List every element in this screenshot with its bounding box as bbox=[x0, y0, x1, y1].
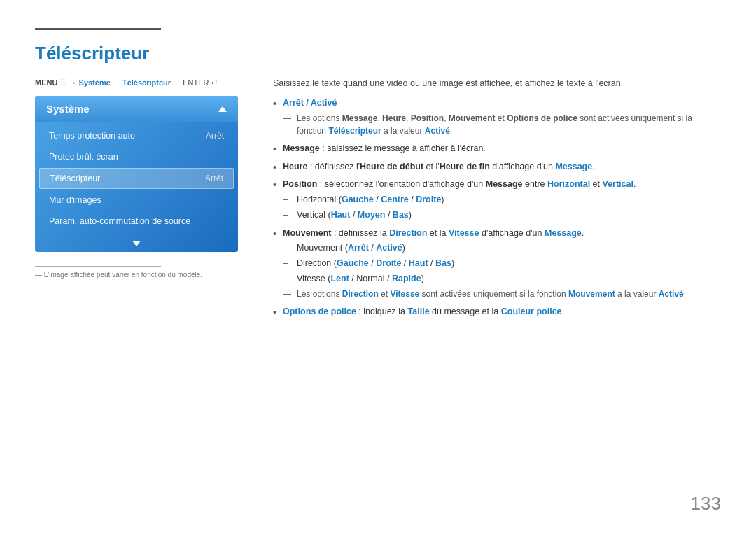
menu-label: MENU bbox=[35, 78, 57, 87]
right-column: Saisissez le texte quand une vidéo ou un… bbox=[273, 78, 721, 323]
arrow-down-icon bbox=[132, 241, 141, 246]
top-line-light bbox=[168, 29, 721, 29]
active-label: Activé bbox=[311, 98, 337, 108]
item-label: Protec brûl. écran bbox=[49, 152, 118, 162]
content-list: Arrêt / Activé Les options Message, Heur… bbox=[273, 97, 721, 318]
menu-step-telescripteur: Téléscripteur bbox=[122, 78, 171, 87]
systeme-item-telescripteur[interactable]: Téléscripteur Arrêt bbox=[39, 168, 234, 189]
note-arret-active: Les options Message, Heure, Position, Mo… bbox=[283, 112, 721, 137]
arret-label: Arrêt bbox=[283, 98, 304, 108]
bullet-arret-active: Arrêt / Activé Les options Message, Heur… bbox=[273, 97, 721, 137]
menu-path: MENU ☰ → Système → Téléscripteur → ENTER… bbox=[35, 78, 252, 87]
arrow-up-icon bbox=[218, 106, 227, 112]
systeme-panel-title: Système bbox=[46, 103, 90, 115]
item-value: Arrêt bbox=[206, 131, 224, 141]
systeme-item-protec-brul[interactable]: Protec brûl. écran bbox=[39, 147, 234, 167]
footnote: — L'image affichée peut varier en foncti… bbox=[35, 271, 252, 279]
dash-horizontal: Horizontal (Gauche / Centre / Droite) bbox=[283, 193, 721, 206]
menu-step-systeme: Système bbox=[79, 78, 111, 87]
item-label: Mur d'images bbox=[49, 195, 102, 205]
systeme-panel: Système Temps protection auto Arrêt Prot… bbox=[35, 96, 238, 252]
item-label: Temps protection auto bbox=[49, 131, 135, 141]
top-line-dark bbox=[35, 28, 161, 30]
dash-vertical: Vertical (Haut / Moyen / Bas) bbox=[283, 209, 721, 222]
item-label: Param. auto-commutation de source bbox=[49, 216, 190, 226]
item-value: Arrêt bbox=[205, 174, 223, 183]
page-number: 133 bbox=[691, 493, 721, 514]
bullet-message: Message : saisissez le message à affiche… bbox=[273, 142, 721, 155]
systeme-panel-items: Temps protection auto Arrêt Protec brûl.… bbox=[35, 122, 238, 237]
systeme-item-temps-protection[interactable]: Temps protection auto Arrêt bbox=[39, 126, 234, 146]
systeme-panel-header: Système bbox=[35, 96, 238, 122]
systeme-item-param-auto[interactable]: Param. auto-commutation de source bbox=[39, 211, 234, 231]
intro-text: Saisissez le texte quand une vidéo ou un… bbox=[273, 78, 721, 88]
left-column: MENU ☰ → Système → Téléscripteur → ENTER… bbox=[35, 78, 252, 323]
systeme-item-mur-images[interactable]: Mur d'images bbox=[39, 190, 234, 210]
dash-direction: Direction (Gauche / Droite / Haut / Bas) bbox=[283, 257, 721, 270]
dash-vitesse: Vitesse (Lent / Normal / Rapide) bbox=[283, 272, 721, 286]
item-label: Téléscripteur bbox=[50, 174, 100, 183]
page-title: Téléscripteur bbox=[35, 43, 721, 64]
bullet-mouvement: Mouvement : définissez la Direction et l… bbox=[273, 227, 721, 300]
bullet-heure: Heure : définissez l'Heure de début et l… bbox=[273, 160, 721, 174]
dash-mouvement-arret: Mouvement (Arrêt / Activé) bbox=[283, 241, 721, 255]
footnote-line bbox=[35, 266, 161, 267]
systeme-panel-footer bbox=[35, 237, 238, 252]
top-decoration bbox=[35, 28, 721, 30]
page-container: Téléscripteur MENU ☰ → Système → Téléscr… bbox=[0, 0, 756, 534]
bullet-options-police: Options de police : indiquez la Taille d… bbox=[273, 305, 721, 318]
main-layout: MENU ☰ → Système → Téléscripteur → ENTER… bbox=[35, 78, 721, 323]
bullet-position: Position : sélectionnez l'orientation d'… bbox=[273, 178, 721, 221]
note-mouvement: Les options Direction et Vitesse sont ac… bbox=[283, 288, 721, 300]
